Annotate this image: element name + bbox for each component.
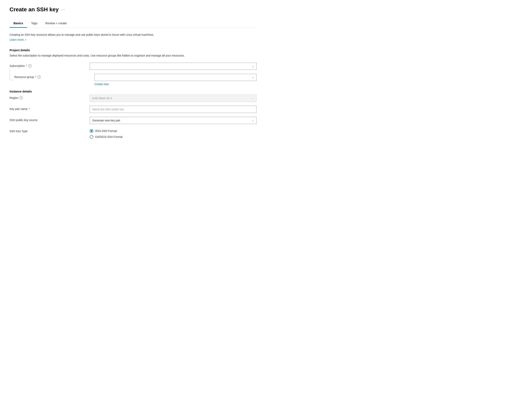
ssh-public-key-source-control-col: Generate new key pair ⌄ — [90, 117, 256, 124]
radio-label-ed25519: Ed25519 SSH Format — [95, 135, 122, 138]
radio-item-ed25519[interactable]: Ed25519 SSH Format — [90, 135, 256, 139]
ssh-key-type-label: SSH Key Type — [10, 130, 28, 133]
subscription-info-icon[interactable]: i — [28, 64, 32, 67]
region-control-col: (US) West US 2 ⌄ — [90, 95, 256, 102]
ssh-key-type-row: SSH Key Type RSA SSH Format Ed25519 SSH … — [10, 128, 256, 139]
key-pair-name-control-col — [90, 106, 256, 113]
resource-group-control-col: ⌄ Create new — [94, 74, 256, 86]
subscription-required: * — [26, 64, 27, 67]
region-row: Region i (US) West US 2 ⌄ — [10, 95, 256, 102]
key-pair-name-required: * — [28, 107, 30, 110]
radio-circle-rsa — [90, 129, 93, 133]
resource-group-dropdown[interactable]: ⌄ — [94, 74, 256, 81]
radio-item-rsa[interactable]: RSA SSH Format — [90, 129, 256, 133]
subscription-row: Subscription * i ⌄ — [10, 63, 256, 70]
ssh-public-key-source-row: SSH public key source Generate new key p… — [10, 117, 256, 124]
tab-basics[interactable]: Basics — [10, 19, 27, 28]
region-dropdown: (US) West US 2 ⌄ — [90, 95, 256, 102]
subscription-chevron-icon: ⌄ — [252, 65, 254, 68]
region-label-col: Region i — [10, 95, 85, 99]
resource-group-label-col: Resource group * i — [14, 74, 90, 79]
ssh-public-key-source-value: Generate new key pair — [92, 119, 120, 122]
create-new-link[interactable]: Create new — [94, 82, 256, 86]
resource-group-chevron-icon: ⌄ — [252, 76, 254, 79]
ssh-key-type-control-col: RSA SSH Format Ed25519 SSH Format — [90, 128, 256, 139]
learn-more-label: Learn more — [10, 38, 24, 41]
ssh-key-type-radio-group: RSA SSH Format Ed25519 SSH Format — [90, 128, 256, 139]
region-info-icon[interactable]: i — [19, 96, 23, 99]
tab-tags[interactable]: Tags — [27, 19, 41, 28]
radio-label-rsa: RSA SSH Format — [95, 129, 117, 132]
key-pair-name-input[interactable] — [90, 106, 256, 113]
ssh-public-key-source-label: SSH public key source — [10, 118, 38, 122]
key-pair-name-label-col: Key pair name * — [10, 106, 85, 110]
resource-group-required: * — [35, 75, 36, 79]
ssh-key-type-label-col: SSH Key Type — [10, 128, 85, 133]
instance-details-section: Instance details Region i (US) West US 2… — [10, 90, 256, 139]
learn-more-link[interactable]: Learn more ↗ — [10, 38, 26, 41]
resource-group-label: Resource group — [14, 75, 34, 79]
indent-bracket — [10, 68, 13, 80]
subscription-control-col: ⌄ — [90, 63, 256, 70]
key-pair-name-row: Key pair name * — [10, 106, 256, 113]
radio-circle-ed25519 — [90, 135, 93, 139]
instance-details-heading: Instance details — [10, 90, 256, 93]
tab-bar: Basics Tags Review + create — [10, 19, 256, 28]
ssh-public-key-source-dropdown[interactable]: Generate new key pair ⌄ — [90, 117, 256, 124]
external-link-icon: ↗ — [25, 38, 26, 41]
subscription-dropdown[interactable]: ⌄ — [90, 63, 256, 70]
key-pair-name-label: Key pair name — [10, 107, 28, 110]
ssh-public-key-source-chevron-icon: ⌄ — [252, 119, 254, 122]
subscription-label: Subscription — [10, 64, 25, 67]
page-description: Creating an SSH key resource allows you … — [10, 33, 256, 37]
subscription-label-col: Subscription * i — [10, 63, 85, 67]
region-label: Region — [10, 96, 18, 99]
ssh-public-key-source-label-col: SSH public key source — [10, 117, 85, 122]
project-details-description: Select the subscription to manage deploy… — [10, 53, 256, 58]
tab-review-create[interactable]: Review + create — [41, 19, 71, 28]
page-title: Create an SSH key — [10, 6, 59, 13]
project-details-heading: Project details — [10, 48, 256, 52]
resource-group-info-icon[interactable]: i — [38, 75, 41, 79]
region-chevron-icon: ⌄ — [252, 97, 254, 100]
more-options-icon[interactable]: ··· — [61, 8, 65, 12]
resource-group-row: Resource group * i ⌄ Create new — [10, 74, 256, 86]
region-value: (US) West US 2 — [92, 97, 112, 100]
